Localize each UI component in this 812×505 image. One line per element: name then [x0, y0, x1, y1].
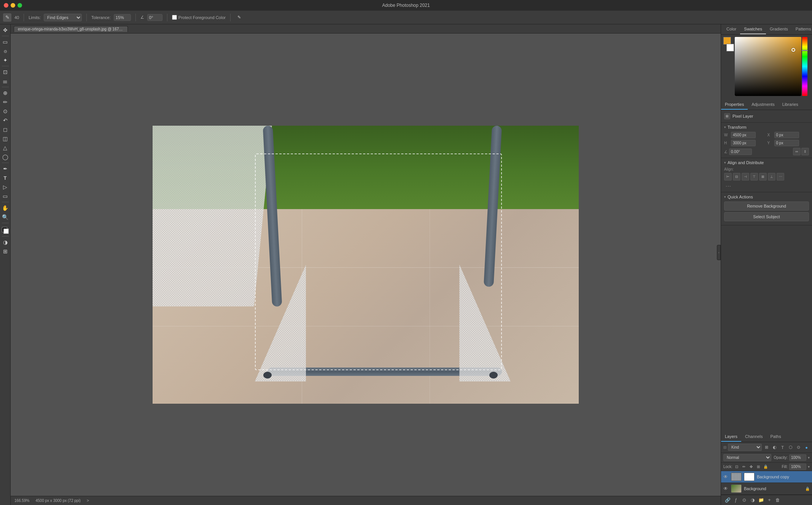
layer-filter-pixel[interactable]: ⊞ — [763, 444, 770, 451]
minimize-button[interactable] — [11, 3, 15, 8]
tab-properties[interactable]: Properties — [721, 100, 748, 110]
layer-mask-btn[interactable]: ⊙ — [741, 497, 748, 503]
lock-all-btn[interactable]: 🔒 — [763, 464, 769, 470]
layer-eye-background[interactable]: 👁 — [723, 486, 729, 491]
align-center-v-btn[interactable]: ⊠ — [759, 173, 767, 181]
lock-artboards-btn[interactable]: ⊞ — [755, 464, 761, 470]
align-center-h-btn[interactable]: ⊟ — [733, 173, 740, 181]
delete-layer-btn[interactable]: 🗑 — [774, 497, 781, 503]
hand-tool[interactable]: ✋ — [1, 204, 10, 212]
color-gradient-area[interactable] — [735, 37, 810, 96]
type-tool[interactable]: T — [1, 174, 10, 182]
remove-background-btn[interactable]: Remove Background — [724, 201, 809, 211]
y-input[interactable] — [774, 140, 799, 146]
tab-swatches[interactable]: Swatches — [740, 24, 766, 34]
close-button[interactable] — [4, 3, 8, 8]
tab-paths[interactable]: Paths — [767, 432, 785, 442]
screen-mode-tool[interactable]: ⊞ — [1, 247, 10, 256]
protect-foreground-label[interactable]: Protect Foreground Color — [172, 15, 226, 20]
align-bottom-btn[interactable]: ⊥ — [768, 173, 775, 181]
align-top-btn[interactable]: ⊤ — [750, 173, 758, 181]
hue-strip[interactable] — [802, 37, 807, 96]
dodge-tool[interactable]: ◯ — [1, 153, 10, 161]
tab-color[interactable]: Color — [723, 24, 740, 34]
brush-tool-btn[interactable]: ✎ — [3, 13, 11, 22]
height-input[interactable] — [731, 140, 756, 146]
lock-transparent-btn[interactable]: ⊡ — [734, 464, 740, 470]
layer-style-btn[interactable]: ƒ — [732, 497, 739, 503]
lasso-tool[interactable]: ⌾ — [1, 47, 10, 55]
angle-transform-input[interactable] — [729, 149, 752, 155]
group-layers-btn[interactable]: 📁 — [758, 497, 764, 503]
fill-input[interactable] — [789, 463, 806, 470]
blur-tool[interactable]: △ — [1, 144, 10, 152]
align-header[interactable]: ▾ Align and Distribute — [724, 160, 809, 165]
move-tool[interactable]: ✥ — [1, 26, 10, 34]
eraser-tool[interactable]: ◻ — [1, 125, 10, 134]
align-more-options[interactable]: ··· — [724, 182, 733, 190]
maximize-button[interactable] — [18, 3, 22, 8]
layer-filter-type[interactable]: T — [779, 444, 786, 451]
flip-h-btn[interactable]: ⇔ — [793, 148, 801, 155]
foreground-swatch[interactable] — [723, 37, 731, 45]
layer-item-background[interactable]: 👁 Background 🔒 — [721, 483, 812, 495]
canvas-container[interactable] — [11, 34, 721, 496]
opacity-input[interactable] — [789, 454, 806, 461]
document-tab[interactable]: enrique-ortega-miranda-b3xo3WvH_g8-unspl… — [14, 26, 128, 32]
layer-item-background-copy[interactable]: 👁 Background copy — [721, 471, 812, 483]
brush-tool[interactable]: ✏ — [1, 98, 10, 106]
flip-v-btn[interactable]: ⇕ — [801, 148, 809, 155]
align-more-btn[interactable]: ⋯ — [777, 173, 784, 181]
magic-wand-tool[interactable]: ✦ — [1, 56, 10, 64]
limits-dropdown[interactable]: Find Edges Contiguous Discontiguous — [44, 14, 82, 21]
marquee-tool[interactable]: ▭ — [1, 38, 10, 46]
opacity-chevron[interactable]: ▾ — [808, 455, 810, 460]
tab-gradients[interactable]: Gradients — [766, 24, 792, 34]
transform-header[interactable]: ▾ Transform — [724, 125, 809, 129]
clone-tool[interactable]: ⊙ — [1, 107, 10, 115]
background-swatch[interactable] — [726, 44, 734, 51]
new-layer-btn[interactable]: + — [766, 497, 773, 503]
tolerance-input[interactable] — [114, 14, 131, 21]
layer-filter-adjust[interactable]: ◐ — [771, 444, 778, 451]
layer-filter-dropdown[interactable]: Kind Name Effect Mode Attribute Color Sm… — [728, 444, 762, 451]
protect-foreground-checkbox[interactable] — [172, 15, 177, 20]
tab-channels[interactable]: Channels — [741, 432, 766, 442]
quick-actions-header[interactable]: ▾ Quick Actions — [724, 195, 809, 199]
fill-adjustment-btn[interactable]: ◑ — [749, 497, 756, 503]
select-subject-btn[interactable]: Select Subject — [724, 212, 809, 221]
healing-brush-tool[interactable]: ⊕ — [1, 89, 10, 97]
refine-btn[interactable]: ✎ — [235, 14, 243, 21]
align-left-btn[interactable]: ⊢ — [724, 173, 732, 181]
fill-chevron[interactable]: ▾ — [808, 465, 810, 469]
tab-adjustments[interactable]: Adjustments — [748, 100, 779, 110]
crop-tool[interactable]: ⊡ — [1, 68, 10, 76]
angle-input[interactable] — [147, 14, 162, 21]
link-layers-btn[interactable]: 🔗 — [724, 497, 731, 503]
history-brush-tool[interactable]: ↶ — [1, 116, 10, 125]
eyedropper-tool[interactable]: ⚌ — [1, 77, 10, 85]
blend-mode-dropdown[interactable]: Normal Dissolve Multiply Screen Overlay — [723, 454, 771, 461]
gradient-tool[interactable]: ◫ — [1, 134, 10, 143]
background-color[interactable] — [3, 229, 9, 234]
align-right-btn[interactable]: ⊣ — [742, 173, 749, 181]
shape-tool[interactable]: ▭ — [1, 192, 10, 200]
lock-position-btn[interactable]: ✥ — [748, 464, 754, 470]
pen-tool[interactable]: ✒ — [1, 165, 10, 173]
tab-patterns[interactable]: Patterns — [792, 24, 812, 34]
quick-mask-tool[interactable]: ◑ — [1, 238, 10, 246]
zoom-tool[interactable]: 🔍 — [1, 213, 10, 221]
toolbar-sep-2 — [86, 14, 87, 21]
layer-filter-toggle[interactable]: ● — [803, 444, 810, 451]
layer-eye-background-copy[interactable]: 👁 — [723, 474, 729, 479]
layer-filter-smart[interactable]: ⊙ — [795, 444, 802, 451]
width-input[interactable] — [731, 132, 756, 138]
tab-layers[interactable]: Layers — [721, 432, 741, 442]
tab-libraries[interactable]: Libraries — [779, 100, 802, 110]
status-arrow[interactable]: > — [87, 499, 89, 503]
x-input[interactable] — [774, 132, 799, 138]
path-select-tool[interactable]: ▷ — [1, 183, 10, 191]
color-swatches[interactable] — [1, 226, 10, 235]
layer-filter-shape[interactable]: ⬡ — [787, 444, 794, 451]
lock-pixels-btn[interactable]: ✏ — [741, 464, 747, 470]
